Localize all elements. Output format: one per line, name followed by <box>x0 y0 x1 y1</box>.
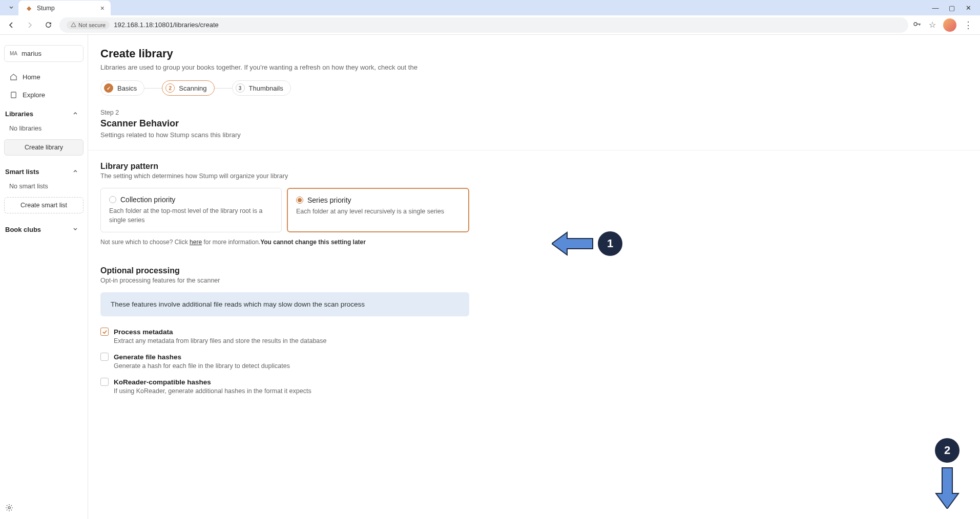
checkbox-label: Generate file hashes <box>114 353 181 361</box>
create-smartlist-button[interactable]: Create smart list <box>4 197 84 213</box>
checkbox-icon <box>100 353 109 361</box>
not-secure-label: Not secure <box>78 22 106 28</box>
url-text: 192.168.1.18:10801/libraries/create <box>114 21 219 29</box>
profile-avatar[interactable] <box>943 18 956 32</box>
tab-bar: ◆ Stump × <box>4 0 932 16</box>
checkbox-koreader-hashes[interactable]: KoReader-compatible hashes If using KoRe… <box>100 378 968 395</box>
libraries-empty-state: No libraries <box>4 122 84 135</box>
chevron-up-icon <box>72 168 78 176</box>
stepper: ✓ Basics 2 Scanning 3 Thumbnails <box>100 80 968 96</box>
tab-title: Stump <box>37 5 96 12</box>
step-scanning[interactable]: 2 Scanning <box>162 80 214 96</box>
subsection-desc: Opt-in processing features for the scann… <box>100 277 968 284</box>
browser-toolbar: Not secure 192.168.1.18:10801/libraries/… <box>0 15 980 35</box>
radio-desc: Each folder at any level recursively is … <box>296 207 460 217</box>
forward-button[interactable] <box>23 18 37 32</box>
pattern-warning: You cannot change this setting later <box>260 239 366 246</box>
radio-label: Series priority <box>307 196 351 204</box>
radio-desc: Each folder at the top-most level of the… <box>109 207 273 225</box>
sidebar: MA marius Home Explore Libraries No libr… <box>0 35 88 519</box>
step-counter: Step 2 <box>100 109 968 116</box>
user-name: marius <box>22 50 41 57</box>
info-banner: These features involve additional file r… <box>100 292 469 316</box>
address-bar[interactable]: Not secure 192.168.1.18:10801/libraries/… <box>59 17 908 33</box>
sidebar-item-explore[interactable]: Explore <box>4 87 84 103</box>
main-content: Create library Libraries are used to gro… <box>88 35 980 519</box>
subsection-desc: The setting which determines how Stump w… <box>100 172 968 180</box>
sidebar-item-home[interactable]: Home <box>4 69 84 85</box>
radio-series-priority[interactable]: Series priority Each folder at any level… <box>287 188 469 232</box>
page-subtitle: Libraries are used to group your books t… <box>100 63 968 71</box>
section-header-label: Book clubs <box>5 226 41 233</box>
step-basics[interactable]: ✓ Basics <box>100 80 144 96</box>
minimize-icon[interactable]: — <box>932 4 939 12</box>
checkbox-desc: Generate a hash for each file in the lib… <box>114 362 968 370</box>
tab-dropdown-icon[interactable] <box>4 2 18 14</box>
sidebar-section-smartlists[interactable]: Smart lists <box>4 163 84 178</box>
radio-icon <box>296 197 303 204</box>
checkbox-desc: If using KoReader, generate additional h… <box>114 387 968 395</box>
home-icon <box>9 73 17 81</box>
section-header-label: Smart lists <box>5 168 39 176</box>
sidebar-item-label: Explore <box>23 91 45 99</box>
maximize-icon[interactable]: ▢ <box>948 4 955 12</box>
user-chip[interactable]: MA marius <box>4 45 84 62</box>
user-initials: MA <box>10 51 17 56</box>
section-title: Scanner Behavior <box>100 118 968 129</box>
pattern-help-text: Not sure which to choose? Click here for… <box>100 239 968 246</box>
subsection-title: Optional processing <box>100 266 968 275</box>
checkbox-icon <box>100 378 109 386</box>
close-window-icon[interactable]: ✕ <box>965 4 972 12</box>
chevron-down-icon <box>72 226 78 233</box>
step-label: Thumbnails <box>249 84 283 92</box>
svg-point-0 <box>914 23 917 26</box>
checkbox-desc: Extract any metadata from library files … <box>114 337 968 344</box>
browser-tab[interactable]: ◆ Stump × <box>18 1 111 16</box>
browser-menu-icon[interactable]: ⋮ <box>964 19 973 31</box>
close-tab-icon[interactable]: × <box>100 4 105 12</box>
reload-button[interactable] <box>41 18 55 32</box>
page-title: Create library <box>100 47 968 60</box>
checkbox-process-metadata[interactable]: Process metadata Extract any metadata fr… <box>100 328 968 344</box>
checkbox-label: Process metadata <box>114 328 173 336</box>
step-connector <box>144 88 162 89</box>
create-library-button[interactable]: Create library <box>4 139 84 156</box>
sidebar-section-libraries[interactable]: Libraries <box>4 105 84 120</box>
subsection-title: Library pattern <box>100 162 968 171</box>
divider <box>88 150 980 150</box>
browser-titlebar: ◆ Stump × — ▢ ✕ <box>0 0 980 15</box>
step-connector <box>215 88 232 89</box>
step-number: 3 <box>236 83 245 93</box>
step-number: 2 <box>165 83 175 93</box>
sidebar-item-label: Home <box>23 73 40 81</box>
step-thumbnails[interactable]: 3 Thumbnails <box>232 80 291 96</box>
checkbox-label: KoReader-compatible hashes <box>114 378 211 386</box>
chevron-up-icon <box>72 110 78 118</box>
step-label: Scanning <box>179 84 206 92</box>
svg-point-2 <box>8 507 10 509</box>
smartlists-empty-state: No smart lists <box>4 180 84 193</box>
bookmark-star-icon[interactable]: ☆ <box>929 20 936 30</box>
step-label: Basics <box>117 84 137 92</box>
settings-gear-icon[interactable] <box>5 504 13 514</box>
section-header-label: Libraries <box>5 110 33 118</box>
library-pattern-radio-group: Collection priority Each folder at the t… <box>100 188 469 232</box>
radio-label: Collection priority <box>120 196 175 204</box>
check-icon: ✓ <box>104 83 113 93</box>
radio-collection-priority[interactable]: Collection priority Each folder at the t… <box>100 188 282 232</box>
svg-rect-1 <box>11 92 15 98</box>
checkbox-file-hashes[interactable]: Generate file hashes Generate a hash for… <box>100 353 968 370</box>
warning-icon <box>71 22 76 28</box>
book-icon <box>9 91 17 99</box>
checkbox-icon <box>100 328 109 336</box>
radio-icon <box>109 196 116 203</box>
section-desc: Settings related to how Stump scans this… <box>100 131 968 139</box>
window-controls: — ▢ ✕ <box>932 4 976 12</box>
pattern-help-link[interactable]: here <box>190 239 202 246</box>
not-secure-badge[interactable]: Not secure <box>67 21 110 29</box>
stump-favicon-icon: ◆ <box>25 4 33 12</box>
password-key-icon[interactable] <box>912 19 922 31</box>
back-button[interactable] <box>4 18 18 32</box>
sidebar-section-bookclubs[interactable]: Book clubs <box>4 221 84 235</box>
